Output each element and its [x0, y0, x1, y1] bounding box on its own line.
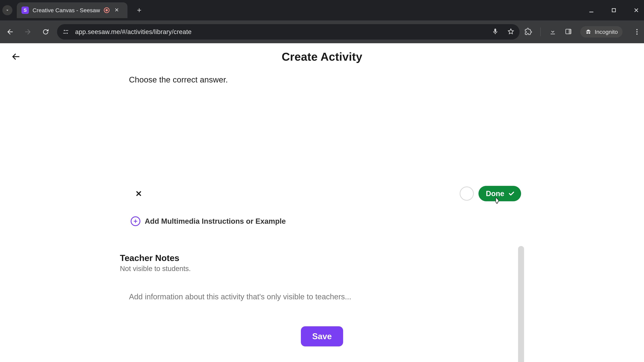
browser-chrome: S Creative Canvas - Seesaw — [0, 0, 644, 43]
window-controls — [587, 6, 640, 14]
voice-record-button[interactable] — [460, 187, 474, 201]
svg-rect-4 — [63, 33, 66, 33]
maximize-icon — [611, 7, 617, 13]
svg-point-3 — [66, 33, 68, 34]
side-panel-button[interactable] — [565, 28, 572, 36]
tune-icon — [62, 28, 69, 35]
tab-close-button[interactable] — [113, 6, 120, 14]
svg-point-1 — [64, 30, 65, 31]
svg-rect-0 — [612, 8, 616, 12]
omnibox-url: app.seesaw.me/#/activities/library/creat… — [75, 28, 192, 35]
activity-content: Choose the correct answer. Done Add Mult… — [120, 70, 524, 347]
nav-forward-button[interactable] — [22, 25, 34, 38]
incognito-indicator[interactable]: Incognito — [580, 26, 622, 37]
incognito-icon — [585, 28, 592, 35]
save-button[interactable]: Save — [301, 326, 343, 347]
arrow-right-icon — [24, 28, 32, 36]
done-button[interactable]: Done — [478, 186, 521, 201]
toolbar-right: Incognito — [524, 26, 641, 37]
star-icon — [507, 28, 514, 35]
extensions-button[interactable] — [524, 28, 532, 36]
page-title: Create Activity — [282, 50, 362, 63]
microphone-icon — [492, 28, 499, 35]
incognito-label: Incognito — [595, 29, 618, 35]
window-maximize-button[interactable] — [610, 6, 618, 14]
teacher-notes-subtitle: Not visible to students. — [120, 265, 524, 273]
svg-rect-2 — [66, 30, 68, 31]
scrollbar-thumb[interactable] — [518, 246, 524, 362]
arrow-left-icon — [6, 28, 14, 36]
close-icon — [135, 190, 142, 197]
teacher-notes-input[interactable] — [120, 292, 524, 301]
close-icon — [114, 7, 119, 12]
panel-icon — [565, 28, 572, 35]
teacher-notes-title: Teacher Notes — [120, 253, 524, 263]
minimize-icon — [588, 7, 594, 13]
bookmark-button[interactable] — [507, 28, 514, 36]
instruction-actions-row: Done — [120, 186, 524, 201]
tab-title: Creative Canvas - Seesaw — [32, 7, 100, 13]
recording-indicator-icon — [104, 7, 110, 13]
tab-search-button[interactable] — [2, 5, 12, 15]
clear-instruction-button[interactable] — [133, 188, 144, 199]
svg-point-9 — [636, 33, 638, 35]
kebab-icon — [636, 29, 638, 35]
page: Create Activity Choose the correct answe… — [0, 43, 644, 362]
close-icon — [633, 7, 639, 13]
svg-point-7 — [636, 29, 638, 30]
browser-menu-button[interactable] — [632, 27, 641, 36]
chevron-down-icon — [5, 8, 10, 13]
page-back-button[interactable] — [9, 50, 22, 63]
plus-icon — [136, 7, 142, 13]
student-instructions-text[interactable]: Choose the correct answer. — [129, 75, 524, 84]
svg-point-8 — [636, 31, 638, 32]
puzzle-icon — [524, 28, 532, 35]
reload-icon — [42, 28, 50, 36]
svg-rect-6 — [569, 29, 571, 34]
done-button-label: Done — [486, 189, 504, 198]
download-icon — [549, 28, 556, 35]
toolbar-separator — [540, 27, 541, 36]
arrow-left-icon — [10, 51, 21, 62]
nav-reload-button[interactable] — [39, 25, 52, 38]
window-close-button[interactable] — [632, 6, 640, 14]
check-icon — [508, 190, 515, 197]
browser-tab[interactable]: S Creative Canvas - Seesaw — [17, 2, 128, 18]
teacher-notes-section: Teacher Notes Not visible to students. — [120, 253, 524, 273]
window-minimize-button[interactable] — [587, 6, 595, 14]
omnibox[interactable]: app.seesaw.me/#/activities/library/creat… — [57, 24, 520, 39]
address-bar: app.seesaw.me/#/activities/library/creat… — [0, 20, 644, 43]
page-header: Create Activity — [0, 43, 644, 70]
add-multimedia-label: Add Multimedia Instructions or Example — [145, 217, 286, 225]
voice-search-button[interactable] — [492, 28, 499, 36]
plus-circle-icon — [131, 216, 140, 226]
new-tab-button[interactable] — [134, 5, 144, 15]
downloads-button[interactable] — [549, 28, 556, 36]
tab-favicon: S — [22, 6, 29, 14]
site-info-button[interactable] — [62, 28, 70, 35]
tab-strip: S Creative Canvas - Seesaw — [0, 0, 644, 20]
add-multimedia-button[interactable]: Add Multimedia Instructions or Example — [131, 216, 524, 226]
nav-back-button[interactable] — [4, 25, 16, 38]
